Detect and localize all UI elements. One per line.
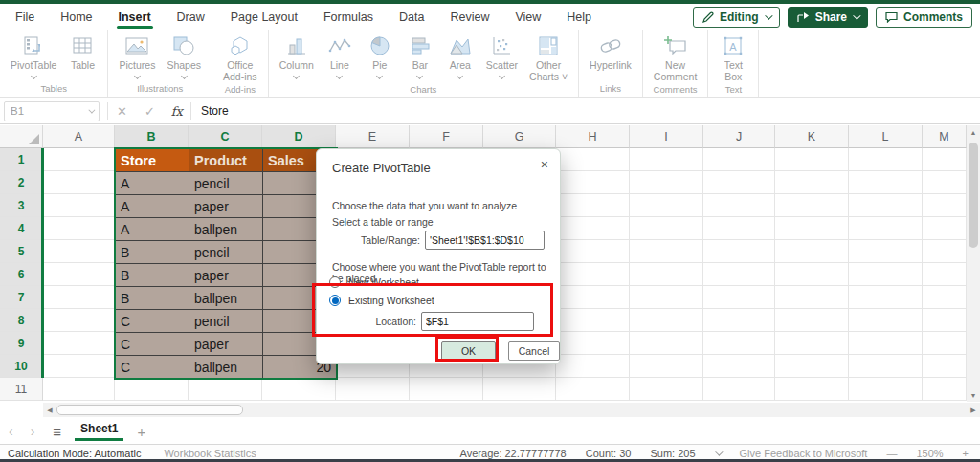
zoom-out-icon[interactable]: — xyxy=(886,448,897,459)
zoom-level[interactable]: 150% xyxy=(916,448,943,459)
existing-worksheet-radio[interactable] xyxy=(329,295,341,306)
table-cell[interactable]: ballpen xyxy=(189,287,263,310)
table-cell[interactable]: C xyxy=(116,333,189,356)
ribbon-button-new-comment[interactable]: New Comment xyxy=(649,32,702,82)
column-header-F[interactable]: F xyxy=(410,125,483,148)
horizontal-scroll-thumb[interactable] xyxy=(56,405,243,415)
table-cell[interactable]: pencil xyxy=(189,172,263,195)
comments-button[interactable]: Comments xyxy=(876,7,972,28)
new-worksheet-radio[interactable] xyxy=(329,276,341,288)
next-sheet-icon[interactable]: › xyxy=(22,424,44,439)
insert-function-icon[interactable]: fx xyxy=(164,104,190,119)
zoom-in-icon[interactable]: + xyxy=(963,448,969,459)
table-cell[interactable]: A xyxy=(116,218,189,241)
ribbon-button-area[interactable]: Area xyxy=(441,32,479,78)
column-header-L[interactable]: L xyxy=(849,125,923,148)
table-cell[interactable]: B xyxy=(116,241,189,264)
table-range-input[interactable] xyxy=(425,231,545,250)
menu-tab-help[interactable]: Help xyxy=(567,4,591,30)
table-cell[interactable]: paper xyxy=(189,195,263,218)
ribbon-button-pie[interactable]: Pie xyxy=(361,32,399,78)
table-cell[interactable]: B xyxy=(116,264,189,287)
column-header-E[interactable]: E xyxy=(336,125,410,148)
ribbon-button-table[interactable]: Table xyxy=(63,32,101,71)
confirm-entry-icon[interactable]: ✓ xyxy=(136,104,164,119)
vertical-scrollbar[interactable]: ▲ ▼ xyxy=(967,125,980,402)
vertical-scroll-thumb[interactable] xyxy=(969,143,978,248)
horizontal-scrollbar[interactable]: ◀ ▶ xyxy=(43,403,980,417)
ribbon-button-pivottable[interactable]: PivotTable xyxy=(6,32,61,78)
row-header-3[interactable]: 3 xyxy=(0,194,43,217)
column-header-B[interactable]: B xyxy=(115,125,189,148)
chevron-down-icon[interactable] xyxy=(715,448,723,455)
sheet-list-menu-icon[interactable]: ≡ xyxy=(43,424,71,440)
editing-mode-button[interactable]: Editing xyxy=(693,7,780,28)
column-header-G[interactable]: G xyxy=(483,125,556,148)
new-worksheet-label[interactable]: New Worksheet xyxy=(348,276,419,288)
table-header-cell-product[interactable]: Product xyxy=(189,149,263,172)
table-cell[interactable]: B xyxy=(116,287,189,310)
table-cell[interactable]: paper xyxy=(189,264,263,287)
menu-tab-review[interactable]: Review xyxy=(450,4,489,30)
ribbon-button-other-charts[interactable]: Other Charts ˅ xyxy=(524,32,572,82)
column-header-M[interactable]: M xyxy=(923,125,967,148)
feedback-link[interactable]: Give Feedback to Microsoft xyxy=(740,448,868,459)
existing-worksheet-label[interactable]: Existing Worksheet xyxy=(348,295,434,306)
share-button[interactable]: Share xyxy=(788,7,868,28)
table-cell[interactable]: C xyxy=(116,310,189,333)
ribbon-button-office-add-ins[interactable]: Office Add-ins xyxy=(218,32,262,82)
location-input[interactable] xyxy=(421,312,534,331)
menu-tab-data[interactable]: Data xyxy=(399,4,424,30)
cancel-button[interactable]: Cancel xyxy=(508,341,560,361)
row-header-1[interactable]: 1 xyxy=(0,148,43,171)
formula-input[interactable]: Store xyxy=(191,104,229,118)
cancel-entry-icon[interactable]: ✕ xyxy=(108,104,136,119)
row-header-5[interactable]: 5 xyxy=(0,240,43,263)
ribbon-button-bar[interactable]: Bar xyxy=(401,32,439,78)
column-header-I[interactable]: I xyxy=(630,125,703,148)
select-all-corner[interactable] xyxy=(0,125,43,148)
ribbon-button-pictures[interactable]: Pictures xyxy=(114,32,160,78)
table-cell[interactable]: ballpen xyxy=(189,218,263,241)
row-header-6[interactable]: 6 xyxy=(0,263,43,286)
table-cell[interactable]: A xyxy=(116,172,189,195)
menu-tab-formulas[interactable]: Formulas xyxy=(323,4,373,30)
row-header-10[interactable]: 10 xyxy=(0,355,43,378)
ok-button[interactable]: OK xyxy=(441,341,496,361)
row-header-2[interactable]: 2 xyxy=(0,171,43,194)
scroll-right-icon[interactable]: ▶ xyxy=(967,403,980,417)
menu-tab-file[interactable]: File xyxy=(15,4,34,30)
row-header-8[interactable]: 8 xyxy=(0,309,43,332)
column-header-A[interactable]: A xyxy=(43,125,115,148)
sheet-tab-sheet1[interactable]: Sheet1 xyxy=(75,422,123,441)
menu-tab-draw[interactable]: Draw xyxy=(177,4,205,30)
ribbon-button-shapes[interactable]: Shapes xyxy=(162,32,206,78)
table-cell[interactable]: A xyxy=(116,195,189,218)
ribbon-button-line[interactable]: Line xyxy=(321,32,359,78)
row-header-9[interactable]: 9 xyxy=(0,332,43,355)
table-cell[interactable]: paper xyxy=(189,333,263,356)
table-cell[interactable]: C xyxy=(116,356,189,379)
ribbon-button-scatter[interactable]: Scatter xyxy=(481,32,523,78)
name-box[interactable]: B1 xyxy=(4,101,100,121)
ribbon-button-hyperlink[interactable]: Hyperlink xyxy=(585,32,636,71)
ribbon-button-text-box[interactable]: AText Box xyxy=(714,32,752,82)
column-header-J[interactable]: J xyxy=(703,125,775,148)
column-header-K[interactable]: K xyxy=(775,125,849,148)
column-header-H[interactable]: H xyxy=(556,125,630,148)
scroll-down-icon[interactable]: ▼ xyxy=(967,388,980,402)
row-header-11[interactable]: 11 xyxy=(0,378,43,401)
close-icon[interactable]: × xyxy=(541,157,548,172)
menu-tab-insert[interactable]: Insert xyxy=(119,4,151,30)
row-header-7[interactable]: 7 xyxy=(0,286,43,309)
table-cell[interactable]: pencil xyxy=(189,310,263,333)
table-cell[interactable]: ballpen xyxy=(189,356,263,379)
row-header-4[interactable]: 4 xyxy=(0,217,43,240)
prev-sheet-icon[interactable]: ‹ xyxy=(0,424,22,439)
scroll-up-icon[interactable]: ▲ xyxy=(967,125,980,139)
column-header-D[interactable]: D xyxy=(262,125,336,148)
menu-tab-page-layout[interactable]: Page Layout xyxy=(231,4,298,30)
add-sheet-icon[interactable]: + xyxy=(127,424,155,440)
workbook-statistics[interactable]: Workbook Statistics xyxy=(164,448,256,459)
table-cell[interactable]: pencil xyxy=(189,241,263,264)
